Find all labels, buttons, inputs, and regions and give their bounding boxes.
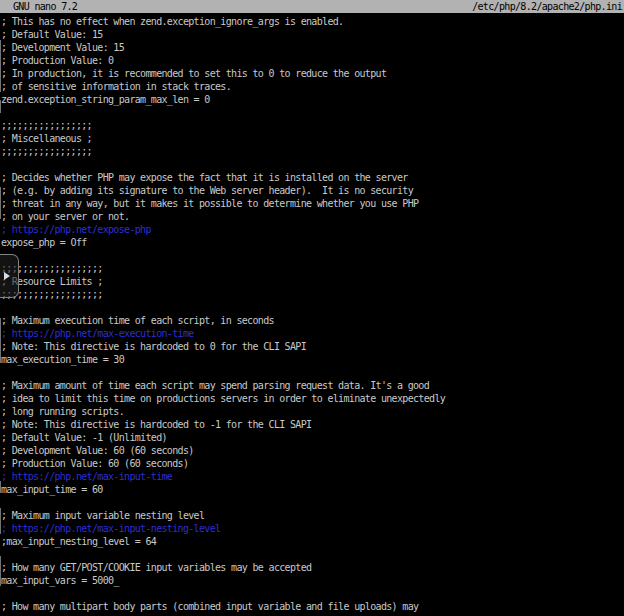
editor-line [1, 587, 623, 600]
editor-line [1, 496, 623, 509]
editor-line [1, 249, 623, 262]
editor-line: ; Decides whether PHP may expose the fac… [1, 171, 623, 184]
editor-line: ; Maximum execution time of each script,… [1, 314, 623, 327]
editor-line: ; idea to limit this time on productions… [1, 392, 623, 405]
editor-line: ; How many multipart body parts (combine… [1, 600, 623, 613]
editor-line-url: ; https://php.net/max-input-time [1, 470, 623, 483]
editor-line: ; Note: This directive is hardcoded to 0… [1, 340, 623, 353]
editor-line-url: ; https://php.net/expose-php [1, 223, 623, 236]
editor-line: ; Default Value: -1 (Unlimited) [1, 431, 623, 444]
editor-line: expose_php = Off [1, 236, 623, 249]
nano-titlebar: GNU nano 7.2 /etc/php/8.2/apache2/php.in… [0, 0, 624, 13]
screen-refresh-artifact [0, 187, 1, 219]
editor-line: max_execution_time = 30 [1, 353, 623, 366]
editor-line: ; In production, it is recommended to se… [1, 67, 623, 80]
editor-line: ; Maximum input variable nesting level [1, 509, 623, 522]
right-arrow-icon [4, 272, 10, 280]
editor-line: ; Maximum amount of time each script may… [1, 379, 623, 392]
text-cursor: _ [113, 575, 118, 586]
editor-line: max_input_vars = 5000_ [1, 574, 623, 587]
editor-line: ;;;;;;;;;;;;;;;;;;; [1, 262, 623, 275]
editor-line: zend.exception_string_param_max_len = 0 [1, 93, 623, 106]
editor-line: ; on your server or not. [1, 210, 623, 223]
file-path-label: /etc/php/8.2/apache2/php.ini [472, 0, 622, 13]
editor-line: ;;;;;;;;;;;;;;;;; [1, 119, 623, 132]
editor-line: ; Development Value: 15 [1, 41, 623, 54]
editor-line: ; of sensitive information in stack trac… [1, 80, 623, 93]
editor-line: ; long running scripts. [1, 405, 623, 418]
editor-line: ; Default Value: 15 [1, 28, 623, 41]
editor-line: ; Miscellaneous ; [1, 132, 623, 145]
screen-refresh-artifact [0, 556, 1, 586]
editor-line: ;max_input_nesting_level = 64 [1, 535, 623, 548]
editor-line: ;;;;;;;;;;;;;;;;; [1, 145, 623, 158]
editor-line: ; Production Value: 60 (60 seconds) [1, 457, 623, 470]
editor-line: max_input_time = 60 [1, 483, 623, 496]
editor-line-url: ; https://php.net/max-execution-time [1, 327, 623, 340]
editor-line: ; How many GET/POST/COOKIE input variabl… [1, 561, 623, 574]
screen-refresh-artifact [0, 508, 1, 534]
editor-line: ; (e.g. by adding its signature to the W… [1, 184, 623, 197]
screen-refresh-artifact [0, 40, 1, 92]
editor-line-url: ; https://php.net/max-input-nesting-leve… [1, 522, 623, 535]
editor-screen[interactable]: ; This has no effect when zend.exception… [1, 15, 623, 613]
editor-line: ; This has no effect when zend.exception… [1, 15, 623, 28]
editor-line: ; Resource Limits ; [1, 275, 623, 288]
editor-line [1, 301, 623, 314]
screen-refresh-artifact [0, 100, 1, 113]
editor-line: ; Production Value: 0 [1, 54, 623, 67]
novnc-control-bar-handle[interactable] [0, 254, 19, 298]
app-version-label: GNU nano 7.2 [13, 0, 77, 13]
editor-line [1, 366, 623, 379]
editor-line: ; threat in any way, but it makes it pos… [1, 197, 623, 210]
editor-line: ;;;;;;;;;;;;;;;;;;; [1, 288, 623, 301]
editor-line [1, 106, 623, 119]
screen-refresh-artifact [0, 481, 1, 493]
screen-refresh-artifact [0, 318, 1, 363]
editor-line [1, 158, 623, 171]
editor-line: ; Note: This directive is hardcoded to -… [1, 418, 623, 431]
editor-line [1, 548, 623, 561]
editor-line: ; Development Value: 60 (60 seconds) [1, 444, 623, 457]
